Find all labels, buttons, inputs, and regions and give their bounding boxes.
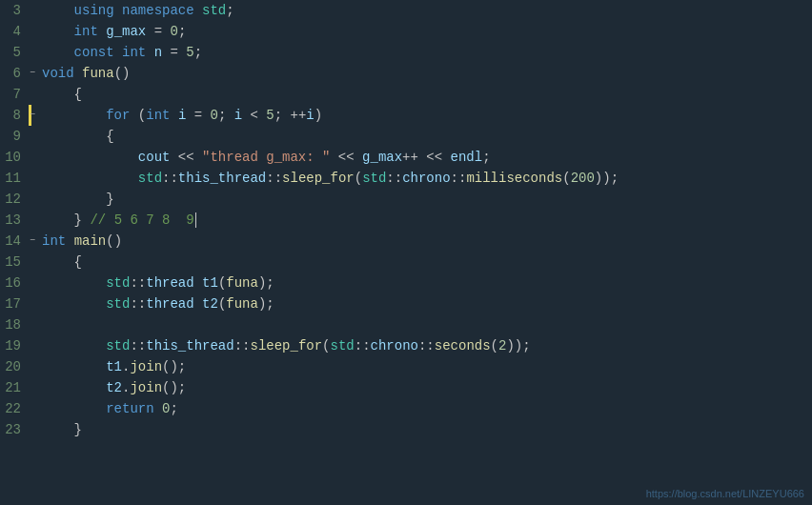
code-line-16: 16 std::thread t1(funa); <box>0 273 812 293</box>
code-line-15: 15 { <box>0 252 812 273</box>
line-content-22: return 0; <box>38 398 812 419</box>
line-content-23: } <box>38 419 812 440</box>
line-num-21: 21 <box>0 377 27 398</box>
gutter-6[interactable]: − <box>27 63 38 84</box>
line-num-9: 9 <box>0 126 27 147</box>
line-num-14: 14 <box>0 231 27 252</box>
fold-icon-8[interactable]: − <box>30 105 35 126</box>
line-num-5: 5 <box>0 42 27 63</box>
text-cursor <box>195 212 196 228</box>
code-line-22: 22 return 0; <box>0 398 812 419</box>
line-num-13: 13 <box>0 210 27 231</box>
line-num-7: 7 <box>0 84 27 105</box>
watermark: https://blog.csdn.net/LINZEYU666 <box>646 488 804 499</box>
code-line-14: 14 − int main() <box>0 231 812 252</box>
fold-icon-14[interactable]: − <box>30 231 35 252</box>
code-line-5: 5 const int n = 5; <box>0 42 812 63</box>
line-num-18: 18 <box>0 314 27 335</box>
fold-icon-6[interactable]: − <box>30 63 35 84</box>
code-line-4: 4 int g_max = 0; <box>0 21 812 42</box>
code-line-21: 21 t2.join(); <box>0 377 812 398</box>
line-num-6: 6 <box>0 63 27 84</box>
code-line-19: 19 std::this_thread::sleep_for(std::chro… <box>0 335 812 356</box>
line-num-20: 20 <box>0 356 27 377</box>
line-num-22: 22 <box>0 398 27 419</box>
line-content-19: std::this_thread::sleep_for(std::chrono:… <box>38 335 812 356</box>
line-content-14: int main() <box>38 231 812 252</box>
code-line-17: 17 std::thread t2(funa); <box>0 293 812 314</box>
line-content-20: t1.join(); <box>38 356 812 377</box>
line-content-11: std::this_thread::sleep_for(std::chrono:… <box>38 168 812 189</box>
line-content-15: { <box>38 252 812 273</box>
code-line-9: 9 { <box>0 126 812 147</box>
code-line-11: 11 std::this_thread::sleep_for(std::chro… <box>0 168 812 189</box>
line-num-3: 3 <box>0 0 27 21</box>
line-num-23: 23 <box>0 419 27 440</box>
line-content-8: for (int i = 0; i < 5; ++i) <box>38 105 812 126</box>
gutter-14[interactable]: − <box>27 231 38 252</box>
line-content-17: std::thread t2(funa); <box>38 293 812 314</box>
line-num-19: 19 <box>0 335 27 356</box>
line-num-10: 10 <box>0 147 27 168</box>
line-content-7: { <box>38 84 812 105</box>
line-num-12: 12 <box>0 189 27 210</box>
line-num-4: 4 <box>0 21 27 42</box>
code-line-23: 23 } <box>0 419 812 440</box>
line-content-21: t2.join(); <box>38 377 812 398</box>
code-line-8: 8 − for (int i = 0; i < 5; ++i) <box>0 105 812 126</box>
line-num-8: 8 <box>0 105 27 126</box>
line-num-16: 16 <box>0 273 27 293</box>
line-num-15: 15 <box>0 252 27 273</box>
line-content-5: const int n = 5; <box>38 42 812 63</box>
code-line-13: 13 } // 5 6 7 8 9 <box>0 210 812 231</box>
code-line-7: 7 { <box>0 84 812 105</box>
code-line-18: 18 <box>0 314 812 335</box>
line-content-13: } // 5 6 7 8 9 <box>38 210 812 231</box>
line-content-10: cout << "thread g_max: " << g_max++ << e… <box>38 147 812 168</box>
line-num-11: 11 <box>0 168 27 189</box>
code-line-3: 3 using namespace std; <box>0 0 812 21</box>
code-line-10: 10 cout << "thread g_max: " << g_max++ <… <box>0 147 812 168</box>
line-content-12: } <box>38 189 812 210</box>
line-content-9: { <box>38 126 812 147</box>
line-content-3: using namespace std; <box>38 0 812 21</box>
line-content-4: int g_max = 0; <box>38 21 812 42</box>
line-num-17: 17 <box>0 293 27 314</box>
code-line-6: 6 − void funa() <box>0 63 812 84</box>
code-line-20: 20 t1.join(); <box>0 356 812 377</box>
gutter-8[interactable]: − <box>27 105 38 126</box>
code-line-12: 12 } <box>0 189 812 210</box>
line-content-16: std::thread t1(funa); <box>38 273 812 293</box>
code-editor: 3 using namespace std; 4 int g_max = 0; … <box>0 0 812 505</box>
line-content-6: void funa() <box>38 63 812 84</box>
line-content-18 <box>38 314 812 335</box>
